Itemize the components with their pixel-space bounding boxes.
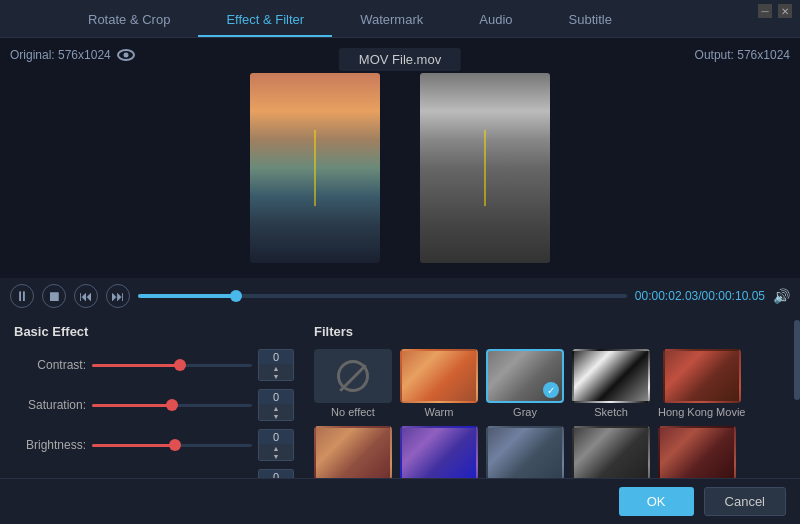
filter-gray[interactable]: ✓ Gray xyxy=(486,349,564,418)
filter-hk-movie[interactable]: Hong Kong Movie xyxy=(658,349,745,418)
saturation-track xyxy=(92,404,252,407)
title-bar: ─ ✕ xyxy=(750,0,800,22)
brightness-slider[interactable] xyxy=(92,438,252,452)
no-effect-thumb xyxy=(314,349,392,403)
stop-button[interactable]: ⏹ xyxy=(42,284,66,308)
saturation-label: Saturation: xyxy=(14,398,86,412)
saturation-spinbox[interactable]: 0 ▲ ▼ xyxy=(258,389,294,421)
road-line xyxy=(314,130,316,206)
playback-controls: ⏸ ⏹ ⏮ ⏭ 00:00:02.03/00:00:10.05 🔊 xyxy=(0,278,800,314)
saturation-up[interactable]: ▲ xyxy=(259,404,293,412)
warm-thumb xyxy=(400,349,478,403)
road-line-bw xyxy=(484,130,486,206)
eye-icon[interactable] xyxy=(117,49,135,61)
saturation-fill xyxy=(92,404,172,407)
progress-bar[interactable] xyxy=(138,294,627,298)
filter-no-effect-label: No effect xyxy=(331,406,375,418)
scrollbar[interactable] xyxy=(794,320,800,400)
filter2-5-thumb xyxy=(658,426,736,480)
brightness-spinbox[interactable]: 0 ▲ ▼ xyxy=(258,429,294,461)
saturation-row: Saturation: 0 ▲ ▼ xyxy=(14,389,294,421)
filter-grid: No effect Warm ✓ Gray Sketch Hong Kong M… xyxy=(314,349,786,483)
saturation-down[interactable]: ▼ xyxy=(259,412,293,420)
filter2-4-thumb xyxy=(572,426,650,480)
contrast-arrows: ▲ ▼ xyxy=(259,364,293,380)
preview-area: Original: 576x1024 MOV File.mov Output: … xyxy=(0,38,800,278)
next-button[interactable]: ⏭ xyxy=(106,284,130,308)
footer: OK Cancel xyxy=(0,478,800,524)
saturation-thumb[interactable] xyxy=(166,399,178,411)
contrast-label: Contrast: xyxy=(14,358,86,372)
contrast-value: 0 xyxy=(259,350,293,364)
hk-movie-thumb xyxy=(663,349,741,403)
filter-sketch[interactable]: Sketch xyxy=(572,349,650,418)
file-label: MOV File.mov xyxy=(339,48,461,71)
filter-row2-4[interactable] xyxy=(572,426,650,483)
brightness-label: Brightness: xyxy=(14,438,86,452)
tab-effect-filter[interactable]: Effect & Filter xyxy=(198,4,332,37)
brightness-fill xyxy=(92,444,175,447)
contrast-thumb[interactable] xyxy=(174,359,186,371)
basic-effect-title: Basic Effect xyxy=(14,324,294,339)
filter-hk-movie-label: Hong Kong Movie xyxy=(658,406,745,418)
brightness-up[interactable]: ▲ xyxy=(259,444,293,452)
filter2-1-thumb xyxy=(314,426,392,480)
preview-color-image xyxy=(250,73,380,263)
contrast-track xyxy=(92,364,252,367)
brightness-value: 0 xyxy=(259,430,293,444)
original-text: Original: 576x1024 xyxy=(10,48,111,62)
gray-thumb: ✓ xyxy=(486,349,564,403)
total-time: 00:00:10.05 xyxy=(702,289,765,303)
brightness-arrows: ▲ ▼ xyxy=(259,444,293,460)
prev-button[interactable]: ⏮ xyxy=(74,284,98,308)
progress-thumb[interactable] xyxy=(230,290,242,302)
filter-warm[interactable]: Warm xyxy=(400,349,478,418)
contrast-fill xyxy=(92,364,180,367)
filter2-2-thumb xyxy=(400,426,478,480)
contrast-up[interactable]: ▲ xyxy=(259,364,293,372)
saturation-slider[interactable] xyxy=(92,398,252,412)
filter-row2-3[interactable] xyxy=(486,426,564,483)
sketch-thumb xyxy=(572,349,650,403)
progress-fill xyxy=(138,294,236,298)
contrast-spinbox[interactable]: 0 ▲ ▼ xyxy=(258,349,294,381)
filter-gray-label: Gray xyxy=(513,406,537,418)
filter-warm-label: Warm xyxy=(425,406,454,418)
tab-bar: Rotate & Crop Effect & Filter Watermark … xyxy=(0,0,800,38)
original-label: Original: 576x1024 xyxy=(10,48,135,62)
volume-icon[interactable]: 🔊 xyxy=(773,288,790,304)
time-display: 00:00:02.03/00:00:10.05 xyxy=(635,289,765,303)
contrast-down[interactable]: ▼ xyxy=(259,372,293,380)
pause-button[interactable]: ⏸ xyxy=(10,284,34,308)
filter-row2-1[interactable] xyxy=(314,426,392,483)
saturation-value: 0 xyxy=(259,390,293,404)
preview-bw-image xyxy=(420,73,550,263)
brightness-track xyxy=(92,444,252,447)
cancel-button[interactable]: Cancel xyxy=(704,487,786,516)
tab-watermark[interactable]: Watermark xyxy=(332,4,451,37)
tab-rotate-crop[interactable]: Rotate & Crop xyxy=(60,4,198,37)
filter-sketch-label: Sketch xyxy=(594,406,628,418)
close-button[interactable]: ✕ xyxy=(778,4,792,18)
filter-no-effect[interactable]: No effect xyxy=(314,349,392,418)
brightness-down[interactable]: ▼ xyxy=(259,452,293,460)
filter-row2-2[interactable] xyxy=(400,426,478,483)
tab-subtitle[interactable]: Subtitle xyxy=(541,4,640,37)
brightness-row: Brightness: 0 ▲ ▼ xyxy=(14,429,294,461)
current-time: 00:00:02.03 xyxy=(635,289,698,303)
output-label: Output: 576x1024 xyxy=(695,48,790,62)
tab-audio[interactable]: Audio xyxy=(451,4,540,37)
no-effect-circle xyxy=(337,360,369,392)
selected-check-icon: ✓ xyxy=(543,382,559,398)
brightness-thumb[interactable] xyxy=(169,439,181,451)
preview-images xyxy=(250,73,550,263)
filters-title: Filters xyxy=(314,324,786,339)
saturation-arrows: ▲ ▼ xyxy=(259,404,293,420)
contrast-slider[interactable] xyxy=(92,358,252,372)
ok-button[interactable]: OK xyxy=(619,487,694,516)
minimize-button[interactable]: ─ xyxy=(758,4,772,18)
filter-row2-5[interactable] xyxy=(658,426,736,483)
filter2-3-thumb xyxy=(486,426,564,480)
contrast-row: Contrast: 0 ▲ ▼ xyxy=(14,349,294,381)
